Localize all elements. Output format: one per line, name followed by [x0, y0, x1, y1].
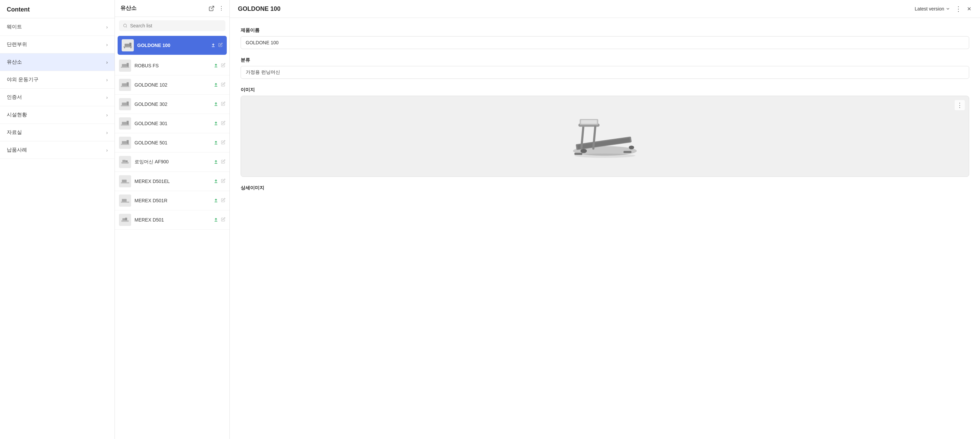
list-item[interactable]: GOLDONE 302: [115, 95, 229, 114]
middle-header-actions: ⋮: [208, 5, 224, 11]
edit-icon[interactable]: [221, 121, 225, 126]
svg-line-0: [211, 6, 214, 9]
edit-icon[interactable]: [221, 159, 225, 165]
chevron-right-icon: ›: [106, 77, 108, 83]
image-label: 이미지: [240, 87, 969, 93]
svg-rect-66: [624, 151, 632, 153]
item-thumbnail: [119, 175, 131, 187]
upload-icon[interactable]: [213, 121, 218, 126]
sidebar-item-cardio[interactable]: 유산소 ›: [0, 53, 115, 71]
upload-icon[interactable]: [213, 159, 218, 165]
edit-icon[interactable]: [221, 217, 225, 222]
svg-point-67: [574, 153, 636, 158]
list-item[interactable]: GOLDONE 301: [115, 114, 229, 133]
edit-icon[interactable]: [221, 101, 225, 107]
svg-rect-16: [122, 83, 127, 86]
svg-rect-6: [124, 47, 125, 48]
close-icon[interactable]: [966, 6, 972, 11]
list-item[interactable]: GOLDONE 100: [118, 36, 227, 55]
upload-icon[interactable]: [213, 217, 218, 223]
more-vert-icon[interactable]: ⋮: [219, 5, 224, 11]
item-thumbnail: [119, 156, 131, 168]
upload-icon[interactable]: [213, 63, 218, 69]
upload-icon[interactable]: [213, 179, 218, 184]
list-item[interactable]: ROBUS FS: [115, 56, 229, 75]
product-image-container: ⋮: [240, 96, 969, 177]
sidebar-item-cases[interactable]: 납품사례 ›: [0, 141, 115, 159]
list-item[interactable]: 로잉머신 AF900: [115, 153, 229, 172]
detail-header-actions: Latest version ⋮: [915, 5, 972, 13]
search-icon: [123, 23, 127, 28]
svg-rect-10: [121, 67, 129, 68]
list-item[interactable]: GOLDONE 501: [115, 133, 229, 153]
svg-rect-44: [121, 201, 129, 203]
upload-icon[interactable]: [211, 43, 216, 48]
svg-rect-41: [122, 180, 127, 182]
sidebar: Content 웨이트 › 단련부위 › 유산소 › 야외 운동기구 › 인증서…: [0, 0, 115, 439]
middle-header: 유산소 ⋮: [115, 0, 229, 17]
upload-icon[interactable]: [213, 101, 218, 107]
sidebar-item-facilities[interactable]: 시설현황 ›: [0, 106, 115, 124]
chevron-right-icon: ›: [106, 59, 108, 65]
item-thumbnail: [119, 98, 131, 110]
sidebar-header: Content: [0, 0, 115, 18]
list-item[interactable]: GOLDONE 102: [115, 75, 229, 95]
category-field-group: 분류: [240, 57, 969, 79]
version-selector[interactable]: Latest version: [915, 6, 950, 11]
item-name-goldone501: GOLDONE 501: [135, 140, 210, 145]
upload-icon[interactable]: [213, 140, 218, 146]
sidebar-item-library[interactable]: 자료실 ›: [0, 124, 115, 141]
item-actions: [213, 82, 225, 88]
item-actions: [213, 179, 225, 184]
sidebar-item-weights[interactable]: 웨이트 ›: [0, 18, 115, 36]
item-thumbnail: [122, 39, 134, 51]
list-item[interactable]: MEREX D501EL: [115, 172, 229, 191]
item-thumbnail: [119, 79, 131, 91]
list-item[interactable]: MEREX D501R: [115, 191, 229, 211]
svg-rect-48: [121, 220, 129, 222]
svg-rect-45: [122, 199, 127, 201]
svg-rect-7: [130, 47, 132, 48]
item-name-merex-d501el: MEREX D501EL: [135, 179, 210, 184]
middle-panel: 유산소 ⋮: [115, 0, 230, 439]
edit-icon[interactable]: [218, 43, 223, 48]
category-input[interactable]: [240, 66, 969, 79]
export-icon[interactable]: [208, 5, 215, 11]
list-item[interactable]: MEREX D501: [115, 211, 229, 230]
edit-icon[interactable]: [221, 140, 225, 145]
sidebar-item-related-body[interactable]: 단련부위 ›: [0, 36, 115, 53]
edit-icon[interactable]: [221, 198, 225, 203]
sidebar-item-label-certification: 인증서: [7, 94, 22, 101]
sidebar-item-outdoor[interactable]: 야외 운동기구 ›: [0, 71, 115, 89]
svg-rect-32: [127, 140, 129, 144]
svg-rect-11: [122, 64, 127, 67]
sidebar-item-label-related-body: 단련부위: [7, 41, 27, 48]
item-name-robus-fs: ROBUS FS: [135, 63, 210, 68]
product-name-input[interactable]: [240, 36, 969, 49]
item-thumbnail: [119, 137, 131, 149]
svg-rect-31: [122, 141, 127, 144]
detail-header: GOLDONE 100 Latest version ⋮: [230, 0, 980, 18]
svg-rect-26: [122, 122, 127, 125]
image-field-group: 이미지 ⋮: [240, 87, 969, 177]
upload-icon[interactable]: [213, 82, 218, 88]
item-thumbnail: [119, 195, 131, 207]
svg-rect-36: [123, 160, 126, 162]
edit-icon[interactable]: [221, 63, 225, 68]
chevron-right-icon: ›: [106, 42, 108, 47]
upload-icon[interactable]: [213, 198, 218, 204]
svg-rect-27: [127, 121, 129, 125]
product-list: GOLDONE 100: [115, 35, 229, 439]
sidebar-item-certification[interactable]: 인증서 ›: [0, 89, 115, 106]
image-more-btn[interactable]: ⋮: [955, 100, 965, 110]
edit-icon[interactable]: [221, 82, 225, 88]
edit-icon[interactable]: [221, 179, 225, 184]
more-vert-icon[interactable]: ⋮: [955, 5, 962, 13]
svg-rect-49: [123, 218, 125, 220]
detail-title: GOLDONE 100: [238, 5, 280, 13]
product-name-label: 제품이름: [240, 27, 969, 34]
item-name-goldone100: GOLDONE 100: [137, 43, 207, 48]
search-input[interactable]: [130, 23, 221, 29]
item-name-goldone302: GOLDONE 302: [135, 101, 210, 107]
sidebar-item-label-outdoor: 야외 운동기구: [7, 77, 38, 83]
